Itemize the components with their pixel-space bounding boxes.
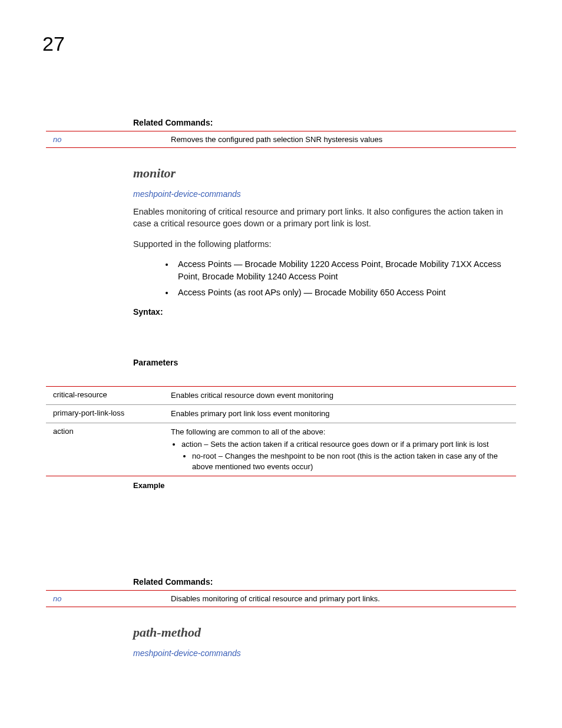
table-row: no Removes the configured path selection… bbox=[46, 131, 516, 147]
divider bbox=[46, 607, 516, 607]
divider bbox=[46, 147, 516, 148]
page-number: 27 bbox=[42, 32, 65, 55]
list-item: action – Sets the action taken if a crit… bbox=[181, 439, 516, 450]
platform-list: Access Points — Brocade Mobility 1220 Ac… bbox=[174, 258, 516, 299]
parameters-table: critical-resource Enables critical resou… bbox=[46, 386, 516, 476]
command-desc: Disables monitoring of critical resource… bbox=[171, 594, 516, 603]
param-name: primary-port-link-loss bbox=[53, 409, 171, 419]
related-commands-heading: Related Commands: bbox=[133, 118, 516, 127]
list-item: Access Points (as root APs only) — Broca… bbox=[174, 286, 516, 299]
section-title-path-method: path-method bbox=[133, 625, 516, 640]
table-row: action The following are common to all o… bbox=[46, 423, 516, 476]
parameters-heading: Parameters bbox=[133, 358, 516, 367]
param-sublist: action – Sets the action taken if a crit… bbox=[181, 439, 516, 450]
command-link[interactable]: no bbox=[53, 135, 171, 144]
param-name: action bbox=[53, 427, 171, 472]
syntax-heading: Syntax: bbox=[133, 307, 516, 317]
page-content: Related Commands: no Removes the configu… bbox=[46, 118, 516, 665]
divider bbox=[46, 476, 516, 476]
table-row: critical-resource Enables critical resou… bbox=[46, 387, 516, 404]
param-desc: The following are common to all of the a… bbox=[171, 427, 516, 472]
section-link[interactable]: meshpoint-device-commands bbox=[133, 648, 516, 658]
related-commands-table: no Disables monitoring of critical resou… bbox=[46, 590, 516, 607]
example-heading: Example bbox=[133, 481, 516, 490]
table-row: no Disables monitoring of critical resou… bbox=[46, 591, 516, 607]
related-commands-heading: Related Commands: bbox=[133, 577, 516, 587]
section-link[interactable]: meshpoint-device-commands bbox=[133, 189, 516, 199]
param-name: critical-resource bbox=[53, 390, 171, 401]
section-title-monitor: monitor bbox=[133, 166, 516, 181]
list-item: no-root – Changes the meshpoint to be no… bbox=[192, 451, 516, 472]
param-desc-intro: The following are common to all of the a… bbox=[171, 427, 325, 436]
paragraph: Enables monitoring of critical resource … bbox=[133, 206, 516, 230]
list-item: Access Points — Brocade Mobility 1220 Ac… bbox=[174, 258, 516, 283]
command-link[interactable]: no bbox=[53, 594, 171, 603]
paragraph: Supported in the following platforms: bbox=[133, 238, 516, 250]
table-row: primary-port-link-loss Enables primary p… bbox=[46, 405, 516, 423]
param-desc: Enables primary port link loss event mon… bbox=[171, 409, 516, 419]
command-desc: Removes the configured path selection SN… bbox=[171, 135, 516, 144]
param-sublist-nested: no-root – Changes the meshpoint to be no… bbox=[192, 451, 516, 472]
related-commands-table: no Removes the configured path selection… bbox=[46, 131, 516, 148]
param-desc: Enables critical resource down event mon… bbox=[171, 390, 516, 401]
